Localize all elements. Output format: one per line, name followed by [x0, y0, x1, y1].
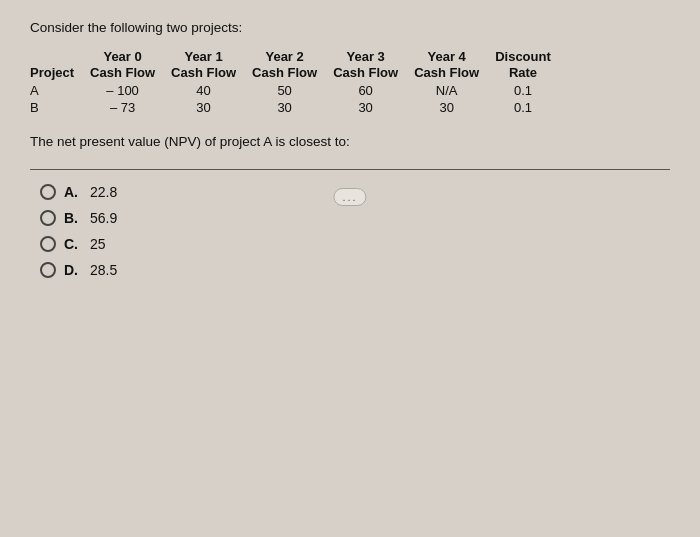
row-a-year0: – 100	[82, 82, 163, 99]
row-a-project: A	[30, 82, 82, 99]
row-b-year1: 30	[163, 99, 244, 116]
row-a-year1: 40	[163, 82, 244, 99]
row-a-year4: N/A	[406, 82, 487, 99]
option-c-value: 25	[90, 236, 106, 252]
col-header-year2: Year 2 Cash Flow	[244, 49, 325, 82]
option-b-letter: B.	[64, 210, 78, 226]
radio-d[interactable]	[40, 262, 56, 278]
option-b[interactable]: B. 56.9	[40, 210, 670, 226]
col-header-year4: Year 4 Cash Flow	[406, 49, 487, 82]
table-row: B – 73 30 30 30 30 0.1	[30, 99, 559, 116]
option-d-value: 28.5	[90, 262, 117, 278]
intro-text: Consider the following two projects:	[30, 20, 670, 35]
col-header-year3: Year 3 Cash Flow	[325, 49, 406, 82]
col-header-year1: Year 1 Cash Flow	[163, 49, 244, 82]
project-table: Project Year 0 Cash Flow Year 1 Cash Flo…	[30, 49, 559, 116]
row-b-year4: 30	[406, 99, 487, 116]
col-header-year0: Year 0 Cash Flow	[82, 49, 163, 82]
divider	[30, 169, 670, 170]
table-row: A – 100 40 50 60 N/A 0.1	[30, 82, 559, 99]
radio-b[interactable]	[40, 210, 56, 226]
option-a-letter: A.	[64, 184, 78, 200]
option-c-letter: C.	[64, 236, 78, 252]
table-section: Project Year 0 Cash Flow Year 1 Cash Flo…	[30, 49, 670, 116]
option-d[interactable]: D. 28.5	[40, 262, 670, 278]
option-a-value: 22.8	[90, 184, 117, 200]
question-text: The net present value (NPV) of project A…	[30, 134, 670, 149]
col-header-project: Project	[30, 49, 82, 82]
row-a-year2: 50	[244, 82, 325, 99]
col-header-rate: Discount Rate	[487, 49, 559, 82]
row-b-project: B	[30, 99, 82, 116]
option-d-letter: D.	[64, 262, 78, 278]
option-b-value: 56.9	[90, 210, 117, 226]
expand-dots[interactable]: ...	[333, 188, 366, 206]
row-b-year2: 30	[244, 99, 325, 116]
radio-c[interactable]	[40, 236, 56, 252]
row-a-rate: 0.1	[487, 82, 559, 99]
row-a-year3: 60	[325, 82, 406, 99]
option-c[interactable]: C. 25	[40, 236, 670, 252]
row-b-year0: – 73	[82, 99, 163, 116]
radio-a[interactable]	[40, 184, 56, 200]
row-b-rate: 0.1	[487, 99, 559, 116]
page-container: Consider the following two projects: Pro…	[0, 0, 700, 537]
row-b-year3: 30	[325, 99, 406, 116]
